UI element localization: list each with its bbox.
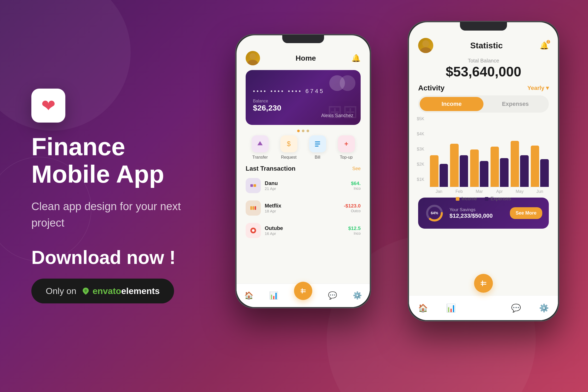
card-circle-2 [340,75,355,91]
nav2-chat-icon[interactable]: 💬 [511,303,521,313]
nav-chat-icon[interactable]: 💬 [328,291,337,300]
svg-rect-21 [481,282,486,283]
nav-settings-icon[interactable]: ⚙️ [353,291,362,300]
phone1-content: Home 🔔 ⊞⊞ •••• •••• •••• 6745 Balance $2… [237,35,370,307]
svg-rect-4 [315,143,320,145]
tab-income[interactable]: Income [420,97,483,111]
income-legend-dot [456,197,459,201]
svg-point-12 [252,229,255,232]
expense-bar-4 [520,155,529,187]
card-decoration [329,75,355,91]
svg-rect-22 [481,284,486,285]
bill-label: Bill [315,155,320,160]
phone1-bottom-nav: 🏠 📊 💬 ⚙️ [237,284,370,307]
nav-home-icon[interactable]: 🏠 [244,291,253,300]
stat-bell-icon[interactable]: 🔔1 [540,41,549,50]
chart-bars [430,119,549,187]
income-bar-3 [491,147,499,187]
expenses-legend-label: Expenses [491,196,511,201]
phone2-notch [460,22,507,31]
nav2-stats-icon[interactable]: 📊 [446,303,456,313]
outube-date: 16 Apr [265,231,344,236]
income-bar-1 [450,144,459,187]
x-may: May [511,189,529,194]
svg-rect-7 [253,184,256,187]
phone-statistics: Statistic 🔔1 Total Balance $53,640,000 A… [408,21,559,321]
danu-date: 21 Apr [265,186,347,191]
expense-bar-3 [500,158,509,187]
svg-rect-6 [250,184,253,187]
y-label-3k: $3K [417,147,424,152]
left-panel: ❤ Finance Mobile App Clean app design fo… [31,0,214,392]
chart-group-may [511,119,529,187]
savings-info: Your Savings $12,233/$50,000 [449,207,505,219]
svg-rect-15 [302,288,303,293]
danu-info: Danu 21 Apr [265,180,347,191]
transactions-header: Last Transaction See [243,163,363,174]
svg-rect-14 [301,291,306,292]
request-label: Request [281,155,297,160]
savings-card: 64% Your Savings $12,233/$50,000 See Mor… [418,198,549,229]
app-subtitle: Clean app design for your next project [31,198,214,231]
action-transfer[interactable]: Transfer [252,135,269,160]
metflix-date: 18 Apr [265,209,340,213]
stat-user-avatar [418,38,433,53]
outube-type: Inco [348,231,361,235]
title-line2: Mobile App [31,160,214,188]
activity-header: Activity Yearly ▾ [417,83,550,95]
card-pagination [243,130,363,132]
app-title: Finance Mobile App [31,133,214,188]
tab-expenses[interactable]: Expenses [483,97,547,111]
nav2-settings-icon[interactable]: ⚙️ [539,303,549,313]
income-bar-0 [430,155,439,187]
outube-icon [246,223,261,238]
danu-name: Danu [265,180,347,186]
transactions-title: Last Transaction [246,165,296,172]
y-label-5k: $5K [417,117,424,121]
notification-bell-icon[interactable]: 🔔 [351,54,361,62]
savings-ring: 64% [425,203,444,223]
metflix-name: Metflix [265,203,340,209]
see-more-button[interactable]: See More [510,207,542,219]
income-bar-4 [511,141,519,187]
chart-group-jan [430,119,448,187]
envato-name: envatoelements [93,286,160,296]
svg-text:64%: 64% [431,211,438,215]
transaction-outube: Outube 16 Apr $12.5 Inco [243,219,363,242]
svg-rect-5 [315,146,319,147]
outube-info: Outube 16 Apr [265,225,344,236]
action-bill[interactable]: Bill [309,135,326,160]
y-label-2k: $2K [417,162,424,167]
action-request[interactable]: $ Request [280,135,297,160]
danu-amount: $64. Inco [351,181,361,191]
yearly-dropdown[interactable]: Yearly ▾ [527,85,549,91]
svg-rect-13 [301,290,306,290]
bill-icon [309,135,326,152]
x-jan: Jan [430,189,448,194]
nav2-home-icon[interactable]: 🏠 [418,303,428,313]
transaction-danu: Danu 21 Apr $64. Inco [243,174,363,197]
action-topup[interactable]: + Top-up [338,135,355,160]
phone-home: Home 🔔 ⊞⊞ •••• •••• •••• 6745 Balance $2… [235,34,371,308]
income-bar-5 [531,146,539,187]
see-all-link[interactable]: See [352,166,361,171]
metflix-value: -$123.0 [344,203,361,209]
card-grid-decoration: ⊞⊞ [327,101,358,122]
activity-tabs: Income Expenses [418,95,549,113]
phone2-header: Statistic 🔔1 [417,38,550,53]
legend-income: Income [456,196,477,201]
phone2-fab-button[interactable] [474,274,493,293]
chart-x-axis: Jan Feb Mar Apr May Jun [430,189,549,194]
expenses-legend-dot [485,197,488,201]
x-mar: Mar [470,189,488,194]
balance-section: Total Balance $53,640,000 [417,53,550,83]
credit-card: ⊞⊞ •••• •••• •••• 6745 Balance $26,230 A… [246,70,361,125]
chart-legend: Income Expenses [418,196,549,201]
envato-badge[interactable]: Only on envatoelements [31,279,174,303]
envato-logo: envatoelements [81,286,160,296]
title-line1: Finance [31,133,214,160]
x-apr: Apr [491,189,509,194]
nav-stats-icon[interactable]: 📊 [269,291,278,300]
fab-button[interactable] [294,282,312,300]
svg-rect-23 [482,280,483,286]
